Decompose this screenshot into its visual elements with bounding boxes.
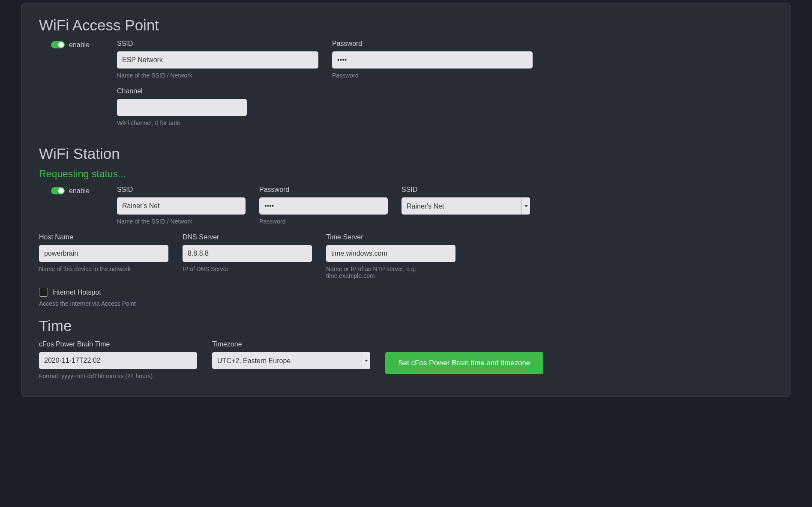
wifi-ap-password-input[interactable] xyxy=(332,51,533,69)
wifi-station-enable-toggle[interactable] xyxy=(51,187,65,194)
set-time-button[interactable]: Set cFos Power Brain time and timezone xyxy=(385,352,543,374)
wifi-station-password-input[interactable] xyxy=(259,197,388,215)
host-name-label: Host Name xyxy=(39,233,168,241)
wifi-ap-enable-toggle[interactable] xyxy=(51,41,65,48)
internet-hotspot-help: Access the Internet via Access Point xyxy=(39,300,773,307)
timezone-label: Timezone xyxy=(212,340,370,348)
time-datetime-label: cFos Power Brain Time xyxy=(39,340,197,348)
internet-hotspot-label: Internet Hotspot xyxy=(52,289,101,296)
wifi-ap-channel-label: Channel xyxy=(117,87,247,95)
dns-server-label: DNS Server xyxy=(183,233,312,241)
wifi-station-ssid-select-label: SSID xyxy=(402,186,530,194)
time-server-help: Name or IP of an NTP server, e.g. time.e… xyxy=(326,265,455,279)
wifi-ap-ssid-label: SSID xyxy=(117,40,318,48)
host-name-help: Name of this device in the network xyxy=(39,265,168,272)
time-datetime-input[interactable] xyxy=(39,352,197,369)
wifi-ap-password-help: Password xyxy=(332,72,533,79)
wifi-station-ssid-label: SSID xyxy=(117,186,246,194)
wifi-ap-heading: WiFi Access Point xyxy=(39,17,773,34)
wifi-station-ssid-help: Name of the SSID / Network xyxy=(117,218,246,225)
wifi-station-ssid-input[interactable] xyxy=(117,197,246,215)
time-heading: Time xyxy=(39,317,773,334)
dns-server-help: IP of DNS Server xyxy=(183,265,312,272)
wifi-station-status: Requesting status... xyxy=(39,168,773,180)
wifi-station-password-help: Password xyxy=(259,218,388,225)
time-datetime-help: Format: yyyy-mm-ddThh:mm:ss (24 hours) xyxy=(39,373,197,379)
host-name-input[interactable] xyxy=(39,245,168,262)
wifi-ap-ssid-help: Name of the SSID / Network xyxy=(117,72,318,79)
dns-server-input[interactable] xyxy=(183,245,312,262)
config-panel: WiFi Access Point enable SSID Name of th… xyxy=(21,3,791,397)
wifi-station-password-label: Password xyxy=(259,186,388,194)
wifi-station-heading: WiFi Station xyxy=(39,145,773,162)
wifi-ap-enable-label: enable xyxy=(69,41,90,49)
wifi-ap-channel-input[interactable] xyxy=(117,99,247,116)
wifi-ap-password-label: Password xyxy=(332,40,533,48)
time-server-input[interactable] xyxy=(326,245,455,262)
wifi-ap-ssid-input[interactable] xyxy=(117,51,318,69)
wifi-station-enable-label: enable xyxy=(69,187,90,195)
wifi-station-ssid-select[interactable]: Rainer's Net xyxy=(402,197,530,215)
timezone-select[interactable]: UTC+2, Eastern Europe xyxy=(212,352,370,369)
wifi-ap-channel-help: WiFi channel, 0 for auto xyxy=(117,119,247,126)
internet-hotspot-checkbox[interactable] xyxy=(39,288,48,297)
time-server-label: Time Server xyxy=(326,233,455,241)
